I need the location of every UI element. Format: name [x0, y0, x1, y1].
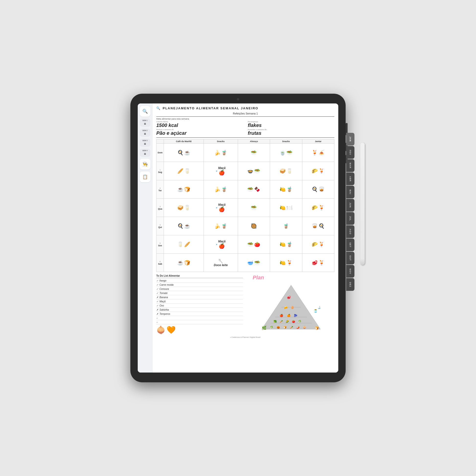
sidebar-sem4[interactable]: SEM 4 ≡: [140, 149, 151, 157]
tablet-screen: 🔍 SEM 1 ≡ SEM 2 ≡ SEM 3 ≡ SEM 4 ≡ 👨‍🍳: [138, 103, 338, 373]
heart-icon: ♥: [216, 206, 218, 209]
dom-snack2: 🍵 🥗: [270, 144, 302, 162]
qua-lunch: 🥗: [238, 199, 270, 217]
qui-dinner: 🥃 🍳: [302, 217, 334, 235]
col-snack1: Snacks: [204, 139, 238, 144]
sem2-icon: ≡: [144, 132, 146, 136]
heart-icon: ♥: [216, 170, 218, 172]
sab-lunch: 🥣 🥗: [238, 254, 270, 272]
col-dinner: Jantar: [302, 139, 334, 144]
todo-item: ✓ frango: [156, 279, 243, 283]
sem2-label: SEM 2: [142, 130, 148, 131]
todo-item: ✓ Ovo: [156, 304, 243, 308]
sex-breakfast: 🥛 🥖: [164, 235, 204, 254]
month-tab-set[interactable]: SET: [346, 238, 355, 251]
svg-text:🥕: 🥕: [290, 325, 293, 329]
qua-snack2: 🍋 🍽️: [270, 199, 302, 217]
day-qui: 4 Qui: [156, 217, 164, 235]
day-qua: 3 Qua: [156, 199, 164, 217]
month-tab-fev[interactable]: FEV: [346, 146, 355, 159]
todo-item: ✓ Carne moida: [156, 284, 243, 287]
camera: [237, 98, 239, 101]
sem1-icon: ≡: [144, 122, 146, 126]
table-row: 2 Ter ☕ 🍞 🍌 🧋: [156, 180, 334, 199]
day-dom: Dom: [156, 144, 164, 162]
sab-breakfast: ☕ 🍞: [164, 254, 204, 272]
month-tabs: JAN FEV MAR ABR MAI JUN JUL AGO SET OUT …: [346, 133, 355, 291]
svg-text:🥚: 🥚: [290, 306, 294, 309]
month-tab-out[interactable]: OUT: [346, 252, 355, 264]
svg-text:🍎: 🍎: [280, 314, 283, 317]
qui-lunch: 🥘: [238, 217, 270, 235]
month-tab-jul[interactable]: JUL: [346, 212, 355, 225]
page-title-row: 🔍 PLANEJAMENTO ALIMENTAR SEMANAL JANEIRO: [156, 106, 334, 110]
qua-dinner: 🌮 🍹: [302, 199, 334, 217]
sab-snack1: 🥄 Doce leite: [204, 254, 238, 272]
month-tab-nov[interactable]: NOV: [346, 265, 355, 278]
apple-pencil: [360, 143, 365, 265]
table-row: Dom 🍳 ☕ 🍌 🧋: [156, 144, 334, 162]
sidebar-sem3[interactable]: SEM 3 ≡: [140, 139, 151, 147]
sex-snack2: 🍋 🧋: [270, 235, 302, 254]
footer-text: • Cadernos & Planner Digital Brasil: [156, 336, 334, 338]
sidebar-list[interactable]: 📋: [140, 171, 151, 182]
app-logo[interactable]: 🔍: [140, 106, 151, 117]
bottom-section: To Do List Alimentar ✓ frango ✓ Carne mo…: [156, 274, 334, 334]
day-sab: 6 Sab: [156, 254, 164, 272]
todo-item: ✗ Salsinha: [156, 308, 243, 312]
list-icon: 📋: [142, 174, 148, 180]
svg-text:🥕: 🥕: [280, 320, 283, 323]
dom-snack1: 🍌 🧋: [204, 144, 238, 162]
svg-text:🥬: 🥬: [298, 320, 301, 323]
qui-breakfast: 🍳 ☕: [164, 217, 204, 235]
todo-title: To Do List Alimentar: [156, 274, 243, 278]
day-sex: 5 Sex: [156, 235, 164, 254]
dom-lunch: 🥗: [238, 144, 270, 162]
svg-text:🌽: 🌽: [286, 320, 289, 323]
todo-item: ✗ Temperos: [156, 313, 243, 316]
svg-text:🧀: 🧀: [284, 306, 288, 309]
svg-text:🍊: 🍊: [287, 314, 290, 317]
col-lunch: Almoço: [238, 139, 270, 144]
sidebar-sem2[interactable]: SEM 2 ≡: [140, 129, 151, 137]
svg-text:🥩: 🥩: [287, 295, 291, 300]
section-header: Refeições Semana 1: [156, 112, 334, 115]
tablet: JAN FEV MAR ABR MAI JUN JUL AGO SET OUT …: [130, 94, 346, 382]
qua-snack1: ♥ Maçã 🍎: [204, 199, 238, 217]
sem1-label: SEM 1: [142, 119, 148, 121]
qui-snack2: 🧋: [270, 217, 302, 235]
month-tab-mai[interactable]: MAI: [346, 186, 355, 198]
sex-dinner: 🌮 🍹: [302, 235, 334, 254]
table-row: 4 Qui 🍳 ☕ 🍌 🧋: [156, 217, 334, 235]
svg-text:🎃: 🎃: [277, 325, 280, 329]
table-row: 1 Seg 🥖 🥛 ♥: [156, 162, 334, 180]
todo-item: ✗ Banana: [156, 296, 243, 299]
reward-field: Recompensa: flakes: [248, 121, 334, 128]
meta-row-2: Reduzir o consumo de: Pão e açúcar Aumen…: [156, 129, 334, 136]
seg-snack1: ♥ Maçã 🍎: [204, 162, 238, 180]
month-tab-ago[interactable]: AGO: [346, 225, 355, 238]
ter-lunch: 🥗 🍫: [238, 180, 270, 199]
month-tab-dez[interactable]: DEZ: [346, 278, 355, 291]
dom-breakfast: 🍳 ☕: [164, 144, 204, 162]
month-tab-jan[interactable]: JAN: [346, 133, 355, 146]
month-tab-mar[interactable]: MAR: [346, 159, 355, 172]
sex-snack1: ♥ Maçã 🍎: [204, 235, 238, 254]
increase-field: Aumentar o consumo de: frutas: [248, 129, 334, 136]
sex-lunch: 🥗 🍅: [238, 235, 270, 254]
todo-item: ✓ Maçã: [156, 300, 243, 304]
calories-value: 1500 kcal: [156, 122, 243, 128]
ter-breakfast: ☕ 🍞: [164, 180, 204, 199]
svg-text:🥬: 🥬: [270, 325, 273, 329]
table-row: 6 Sab ☕ 🍞 🥄: [156, 254, 334, 272]
month-tab-jun[interactable]: JUN: [346, 199, 355, 212]
sem4-icon: ≡: [144, 152, 146, 156]
left-sidebar: 🔍 SEM 1 ≡ SEM 2 ≡ SEM 3 ≡ SEM 4 ≡ 👨‍🍳: [138, 103, 153, 373]
pyramid-area: Plan 🥩 🧀 🥚 🍎 🍊: [248, 274, 334, 334]
plan-text: Plan: [253, 274, 264, 281]
ter-dinner: 🍳 🥃: [302, 180, 334, 199]
svg-text:🫐: 🫐: [294, 314, 297, 317]
sidebar-sem1[interactable]: SEM 1 ≡: [140, 119, 151, 127]
month-tab-abr[interactable]: ABR: [346, 172, 355, 185]
sidebar-chef[interactable]: 👨‍🍳: [140, 159, 151, 170]
